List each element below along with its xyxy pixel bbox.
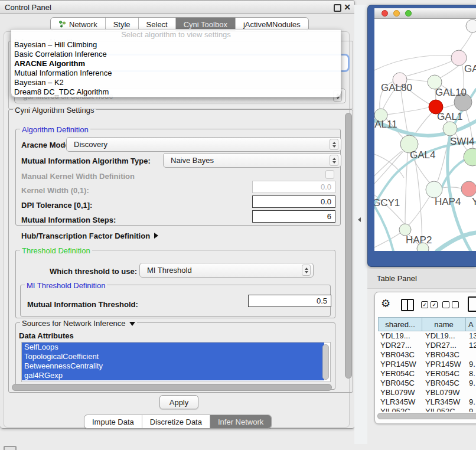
- float-window-icon[interactable]: [334, 4, 341, 12]
- checkbox-unchecked-icon: [452, 301, 459, 308]
- column-header[interactable]: shared...: [378, 317, 422, 331]
- node-label: GAL1: [437, 111, 462, 122]
- checkbox-checked-icon: ✓: [421, 301, 428, 308]
- table-row[interactable]: YBR043CYBR043C: [378, 350, 476, 360]
- mi-threshold-label: Mutual Information Threshold:: [27, 300, 138, 309]
- column-header[interactable]: name: [422, 317, 466, 331]
- node-hap2[interactable]: [399, 224, 411, 236]
- collapse-arrow-icon[interactable]: [358, 217, 361, 222]
- mi-steps-value: 6: [327, 212, 331, 221]
- tab-label: Style: [113, 20, 131, 29]
- table-row[interactable]: YLR345WYLR345W9.: [378, 397, 476, 407]
- network-edge-highlighted[interactable]: [374, 206, 393, 251]
- mi-threshold-input[interactable]: 0.5: [248, 295, 331, 307]
- column-header[interactable]: A: [465, 317, 476, 331]
- algorithm-option[interactable]: Dream8 DC_TDC Algorithm: [11, 87, 341, 97]
- control-panel-titlebar[interactable]: Control Panel ✕: [0, 1, 354, 14]
- network-edge[interactable]: [442, 187, 461, 188]
- table-horizontal-scrollbar-thumb[interactable]: [377, 413, 476, 419]
- which-threshold-value: MI Threshold: [147, 266, 192, 275]
- network-edge[interactable]: [413, 113, 432, 136]
- network-edge[interactable]: [409, 196, 430, 225]
- which-threshold-select[interactable]: MI Threshold: [139, 263, 314, 278]
- network-edge[interactable]: [406, 61, 452, 76]
- table-cell: YBL079W: [422, 388, 467, 397]
- bottom-tabs: Impute DataDiscretize DataInfer Network: [84, 415, 272, 429]
- unchecked-boxes-icon[interactable]: [442, 301, 459, 308]
- table-row[interactable]: YPR145WYPR145W9.: [378, 360, 476, 369]
- checkbox-unchecked-icon: [442, 301, 449, 308]
- data-attribute-item[interactable]: TopologicalCoefficient: [22, 352, 324, 361]
- gear-icon[interactable]: ⚙: [381, 297, 390, 310]
- table-row[interactable]: YBL079WYBL079W: [378, 388, 476, 397]
- network-canvas[interactable]: GALGAL80GAL10GAL1GAL11SWI4GAL4HAP4YGCY1H…: [374, 19, 476, 251]
- right-triangle-icon: [154, 233, 158, 239]
- algorithm-option[interactable]: Bayesian – Hill Climbing: [11, 40, 341, 50]
- data-attributes-list[interactable]: SelfLoopsTopologicalCoefficientBetweenne…: [21, 342, 331, 382]
- algorithm-option[interactable]: ARACNE Algorithm: [11, 59, 341, 69]
- node-label: GAL11: [374, 119, 397, 130]
- kernel-width-input[interactable]: 0.0: [252, 181, 335, 193]
- table-cell: YER054C: [422, 369, 467, 379]
- table-cell: 9.: [467, 397, 476, 407]
- table-cell: YIL052C: [422, 407, 467, 412]
- node-hap4[interactable]: [426, 181, 442, 198]
- network-edge[interactable]: [387, 107, 429, 115]
- data-attribute-item[interactable]: BetweennessCentrality: [22, 361, 324, 371]
- settings-horizontal-scrollbar[interactable]: [12, 384, 332, 391]
- mi-algorithm-type-select[interactable]: Naive Bayes: [163, 153, 341, 168]
- hub-definition-expander[interactable]: Hub/Transcription Factor Definition: [21, 231, 158, 240]
- table-row[interactable]: YBR045CYBR045C9.: [378, 379, 476, 388]
- node-swi4[interactable]: [443, 122, 457, 136]
- tab-label: jActiveMNodules: [243, 20, 301, 29]
- close-traffic-light-icon[interactable]: [382, 10, 388, 17]
- algorithm-option[interactable]: Basic Correlation Inference: [11, 50, 341, 59]
- table-row[interactable]: YIL052CYIL052C9.: [378, 407, 476, 412]
- network-edge[interactable]: [459, 32, 472, 51]
- bottom-tab-impute-data[interactable]: Impute Data: [84, 415, 142, 428]
- algorithm-option[interactable]: Mutual Information Inference: [11, 69, 341, 78]
- network-edge[interactable]: [440, 66, 459, 78]
- screen: Control Panel ✕ NetworkStyleSelectCyni T…: [0, 0, 476, 450]
- table-row[interactable]: YDL19...YDL19...13: [378, 331, 476, 341]
- sources-expander[interactable]: Sources for Network Inference: [20, 319, 137, 328]
- algorithm-option[interactable]: Bayesian – K2: [11, 78, 341, 87]
- settings-vertical-scrollbar[interactable]: [345, 113, 352, 379]
- network-edge[interactable]: [374, 154, 404, 178]
- network-edge[interactable]: [407, 79, 428, 81]
- node-salmon[interactable]: [461, 181, 476, 197]
- checked-boxes-icon[interactable]: ✓ ✓: [421, 301, 438, 308]
- node-green-right[interactable]: [464, 148, 476, 166]
- collapsed-panel-icon[interactable]: [4, 446, 17, 450]
- mi-steps-input[interactable]: 6: [252, 210, 335, 223]
- network-edge[interactable]: [443, 105, 455, 108]
- network-edge[interactable]: [374, 56, 455, 70]
- table-window: ⚙ ✓ ✓ shared...nameA YDL19...YDL19...13Y…: [374, 292, 476, 424]
- apply-button[interactable]: Apply: [159, 395, 198, 409]
- tab-label: Impute Data: [92, 418, 134, 426]
- data-attribute-item[interactable]: gal4RGexp: [22, 371, 324, 380]
- minimize-traffic-light-icon[interactable]: [393, 10, 400, 17]
- close-icon[interactable]: ✕: [344, 2, 351, 12]
- node-label: GCY1: [374, 197, 400, 208]
- bottom-tab-discretize-data[interactable]: Discretize Data: [142, 415, 210, 428]
- bottom-tab-infer-network[interactable]: Infer Network: [210, 415, 271, 428]
- network-window-titlebar[interactable]: [374, 8, 476, 19]
- kernel-width-label: Kernel Width (0,1):: [21, 186, 89, 195]
- data-attribute-item[interactable]: SelfLoops: [22, 343, 324, 352]
- table-row[interactable]: YER054CYER054C8.: [378, 369, 476, 379]
- node-label: GAL10: [435, 87, 467, 98]
- node-unlabeled-top[interactable]: [466, 19, 476, 32]
- dpi-tolerance-input[interactable]: 0.0: [252, 195, 335, 208]
- table-cell: YBL079W: [378, 388, 422, 397]
- aracne-mode-select[interactable]: Discovery: [66, 137, 341, 152]
- table-horizontal-scrollbar[interactable]: [377, 413, 476, 419]
- document-icon[interactable]: [468, 296, 476, 312]
- column-split-icon[interactable]: [401, 299, 414, 311]
- list-scrollbar[interactable]: [322, 344, 329, 380]
- table-row[interactable]: YDR27...YDR27...12: [378, 341, 476, 350]
- panel-divider[interactable]: [354, 5, 367, 444]
- table-cell: YER054C: [378, 369, 422, 379]
- manual-kernel-width-checkbox[interactable]: [325, 170, 334, 179]
- zoom-traffic-light-icon[interactable]: [405, 10, 412, 17]
